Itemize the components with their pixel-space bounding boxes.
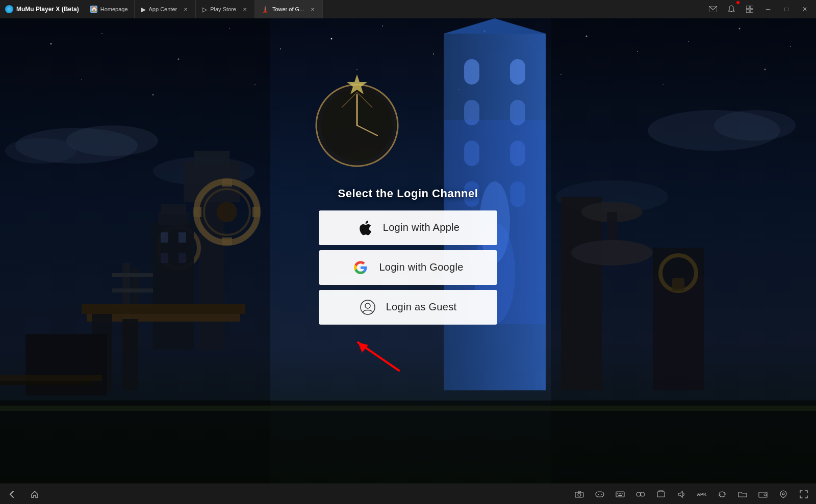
svg-rect-75 (464, 141, 479, 166)
svg-marker-103 (358, 342, 368, 353)
controller-icon[interactable] (633, 487, 648, 501)
svg-point-7 (50, 43, 52, 45)
svg-rect-123 (759, 492, 767, 497)
svg-rect-51 (158, 212, 189, 225)
svg-point-27 (560, 74, 562, 75)
svg-point-36 (556, 180, 668, 213)
folder-icon[interactable] (735, 487, 750, 501)
svg-point-24 (254, 84, 256, 85)
svg-rect-65 (122, 319, 138, 390)
svg-rect-67 (0, 375, 102, 381)
svg-point-106 (578, 493, 581, 496)
apple-icon (356, 220, 373, 236)
tab-playstore[interactable]: ▷ Play Store ✕ (196, 0, 255, 18)
svg-rect-4 (746, 10, 749, 13)
back-button[interactable] (5, 487, 19, 501)
login-google-button[interactable]: Login with Google (319, 250, 497, 285)
svg-point-20 (739, 28, 741, 30)
camera-icon[interactable] (572, 487, 586, 501)
svg-rect-61 (112, 304, 153, 308)
svg-point-90 (321, 90, 393, 161)
logo-icon (5, 5, 13, 13)
svg-rect-88 (672, 278, 684, 291)
svg-rect-86 (653, 248, 704, 390)
close-button[interactable]: ✕ (796, 0, 814, 18)
volume-icon[interactable] (674, 487, 688, 501)
svg-point-101 (365, 303, 370, 308)
layout-icon[interactable] (741, 0, 759, 18)
login-google-text: Login with Google (379, 261, 463, 273)
arrow-annotation (343, 335, 404, 378)
svg-rect-57 (122, 263, 130, 355)
tab-tower[interactable]: 🗼 Tower of G... ✕ (255, 0, 323, 18)
titlebar: MuMu Player X (Beta) 🏠 Homepage ▶ App Ce… (0, 0, 816, 18)
taskbar-left (5, 487, 42, 501)
home-button[interactable] (28, 487, 42, 501)
svg-point-28 (662, 84, 664, 85)
svg-point-31 (66, 125, 158, 156)
svg-point-85 (571, 240, 653, 266)
tab-tower-close[interactable]: ✕ (309, 6, 316, 13)
svg-rect-38 (184, 161, 240, 202)
svg-rect-52 (161, 204, 186, 215)
sync-icon[interactable] (715, 487, 729, 501)
location-icon[interactable] (776, 487, 790, 501)
gamepad-icon[interactable] (593, 487, 607, 501)
minimize-button[interactable]: ─ (759, 0, 777, 18)
tab-tower-label: Tower of G... (272, 6, 304, 12)
svg-point-22 (81, 79, 82, 80)
svg-point-12 (331, 38, 333, 40)
svg-point-40 (196, 181, 258, 243)
svg-marker-104 (32, 491, 38, 497)
svg-point-33 (153, 157, 255, 185)
homepage-tab-icon: 🏠 (90, 6, 97, 13)
svg-point-10 (229, 28, 230, 29)
keyboard-icon[interactable] (613, 487, 627, 501)
taskbar-right: APK (572, 487, 811, 501)
apk-icon[interactable]: APK (695, 487, 709, 501)
svg-point-32 (5, 138, 76, 164)
tab-appcenter[interactable]: ▶ App Center ✕ (135, 0, 196, 18)
svg-rect-108 (596, 492, 604, 497)
svg-point-30 (15, 128, 138, 164)
svg-point-25 (356, 69, 358, 70)
svg-rect-82 (561, 197, 602, 390)
tab-appcenter-close[interactable]: ✕ (182, 6, 189, 13)
svg-point-16 (535, 46, 536, 47)
svg-point-13 (382, 25, 383, 26)
svg-marker-107 (578, 491, 581, 492)
svg-point-87 (660, 255, 696, 291)
svg-point-14 (433, 54, 434, 55)
notification-badge (736, 1, 740, 4)
login-apple-text: Login with Apple (383, 222, 460, 233)
expand-icon[interactable] (797, 487, 811, 501)
login-guest-button[interactable]: Login as Guest (319, 290, 497, 325)
svg-point-119 (641, 492, 645, 496)
svg-point-47 (158, 227, 199, 268)
svg-point-19 (688, 41, 689, 42)
screenshot-icon[interactable] (654, 487, 668, 501)
app-logo: MuMu Player X (Beta) (0, 5, 84, 13)
login-guest-text: Login as Guest (386, 301, 457, 313)
svg-point-8 (101, 33, 103, 34)
game-area: Select the Login Channel Login with Appl… (0, 18, 816, 484)
playstore-tab-icon: ▷ (202, 6, 207, 13)
svg-rect-46 (252, 207, 260, 217)
svg-point-34 (648, 110, 780, 151)
svg-point-41 (204, 189, 250, 235)
tab-homepage[interactable]: 🏠 Homepage (84, 0, 135, 18)
svg-point-111 (601, 494, 602, 495)
maximize-button[interactable]: □ (777, 0, 796, 18)
svg-rect-3 (750, 6, 753, 9)
wallet-icon[interactable] (756, 487, 770, 501)
tab-playstore-close[interactable]: ✕ (241, 6, 248, 13)
login-apple-button[interactable]: Login with Apple (319, 210, 497, 245)
svg-rect-55 (161, 253, 168, 263)
svg-rect-54 (178, 232, 186, 243)
svg-rect-124 (764, 494, 767, 496)
notification-icon[interactable] (722, 0, 741, 18)
svg-rect-112 (616, 492, 624, 497)
guest-icon (360, 299, 376, 315)
svg-rect-1 (731, 11, 732, 12)
email-icon[interactable] (704, 0, 722, 18)
